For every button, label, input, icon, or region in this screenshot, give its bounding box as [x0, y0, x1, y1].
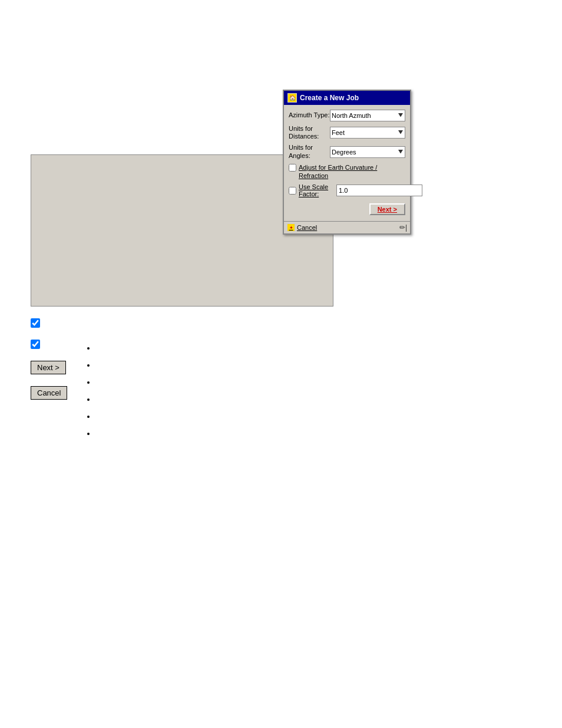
dialog-buttons: Next > — [289, 201, 405, 216]
bottom-checkbox-1[interactable] — [31, 318, 40, 328]
dialog-footer: ✦ Cancel ✏| — [284, 221, 410, 233]
bottom-cancel-button[interactable]: Cancel — [31, 386, 67, 400]
azimuth-type-label: Azimuth Type: — [289, 111, 330, 119]
bottom-checkbox-2-row — [31, 340, 67, 349]
units-distances-row: Units for Distances: Feet Meters — [289, 125, 405, 140]
dialog-title-icon: 🏠 — [287, 93, 297, 103]
cancel-link[interactable]: ✦ Cancel — [287, 223, 317, 232]
bottom-next-button[interactable]: Next > — [31, 361, 66, 374]
units-distances-select[interactable]: Feet Meters — [330, 127, 405, 139]
pencil-icon: ✏| — [399, 223, 407, 232]
next-button[interactable]: Next > — [369, 203, 405, 215]
azimuth-type-row: Azimuth Type: North Azmuth South Azimuth — [289, 110, 405, 121]
bottom-checkbox-1-row — [31, 318, 67, 328]
earth-curvature-row: Adjust for Earth Curvature / Refraction — [289, 163, 405, 180]
units-angles-select[interactable]: Degrees Radians — [330, 146, 405, 158]
units-distances-label: Units for Distances: — [289, 125, 330, 140]
dialog-titlebar: 🏠 Create a New Job — [284, 91, 410, 105]
cancel-label: Cancel — [297, 224, 317, 231]
earth-curvature-checkbox[interactable] — [289, 164, 296, 172]
bottom-checkbox-2[interactable] — [31, 340, 40, 349]
bottom-section: Next > Cancel — [31, 318, 67, 406]
scale-factor-checkbox[interactable] — [289, 187, 296, 195]
dialog-body: Azimuth Type: North Azmuth South Azimuth… — [284, 105, 410, 221]
earth-curvature-label: Adjust for Earth Curvature / Refraction — [299, 163, 405, 180]
scale-factor-row: Use Scale Factor: — [289, 183, 405, 197]
units-angles-label: Units for Angles: — [289, 144, 330, 159]
units-angles-row: Units for Angles: Degrees Radians — [289, 144, 405, 159]
dialog-title: Create a New Job — [300, 94, 359, 102]
create-new-job-dialog: 🏠 Create a New Job Azimuth Type: North A… — [283, 90, 411, 235]
scale-factor-input[interactable] — [336, 185, 422, 196]
cancel-icon: ✦ — [287, 223, 295, 232]
scale-factor-label: Use Scale Factor: — [299, 183, 334, 197]
azimuth-type-select[interactable]: North Azmuth South Azimuth — [330, 110, 405, 121]
